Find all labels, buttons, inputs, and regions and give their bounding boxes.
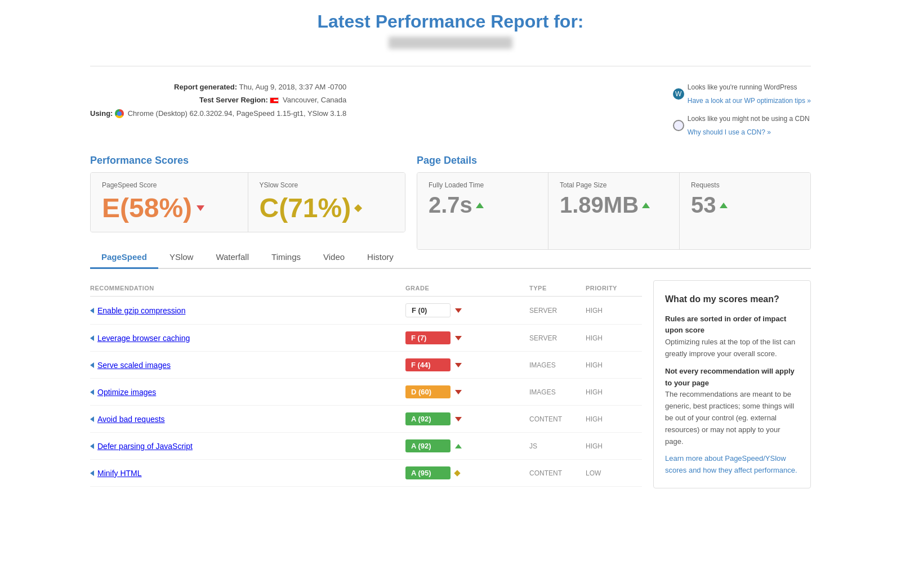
priority-bad-requests: HIGH: [586, 415, 642, 423]
table-row: Leverage browser caching F (7) SERVER HI…: [90, 325, 642, 352]
recommendations-table: RECOMMENDATION GRADE TYPE PRIORITY Enabl…: [90, 280, 642, 488]
fully-loaded-arrow-up-icon: [476, 203, 484, 208]
grade-pill-gzip: F (0): [405, 303, 450, 317]
priority-optimize: HIGH: [586, 388, 642, 396]
chevron-right-icon: [90, 335, 94, 341]
tab-pagespeed[interactable]: PageSpeed: [90, 246, 158, 269]
cdn-notice: Looks like you might not be using a CDN …: [673, 112, 811, 139]
chevron-right-icon: [90, 362, 94, 368]
type-minify-html: CONTENT: [529, 469, 586, 477]
report-meta-right: W Looks like you're running WordPress Ha…: [673, 80, 811, 143]
rec-link-minify-html[interactable]: Minify HTML: [97, 469, 142, 478]
performance-scores-box: Performance Scores PageSpeed Score E(58%…: [90, 155, 405, 232]
priority-minify-html: LOW: [586, 469, 642, 477]
page-title: Latest Performance Report for:: [90, 11, 811, 32]
table-header: RECOMMENDATION GRADE TYPE PRIORITY: [90, 280, 642, 297]
report-meta: Report generated: Thu, Aug 9, 2018, 3:37…: [90, 75, 811, 155]
yslow-score-value: C(71%): [260, 192, 394, 223]
total-size-value: 1.89MB: [560, 192, 668, 218]
grade-pill-scaled: F (44): [405, 358, 450, 371]
wordpress-link[interactable]: Have a look at our WP optimization tips …: [688, 94, 811, 107]
cdn-link[interactable]: Why should I use a CDN? »: [688, 125, 810, 139]
table-row: Minify HTML A (95) CONTENT LOW: [90, 460, 642, 487]
grade-arrow-down-icon: [455, 390, 462, 394]
grade-bar-caching: F (7): [405, 331, 529, 344]
chevron-right-icon: [90, 416, 94, 422]
grade-pill-bad-requests: A (92): [405, 412, 450, 425]
tab-yslow[interactable]: YSlow: [158, 246, 205, 269]
rec-link-optimize-images[interactable]: Optimize images: [97, 388, 156, 397]
chevron-right-icon: [90, 470, 94, 476]
report-server-region: Test Server Region: Vancouver, Canada: [90, 93, 346, 106]
report-using: Using: Chrome (Desktop) 62.0.3202.94, Pa…: [90, 107, 346, 120]
table-row: Enable gzip compression F (0) SERVER HIG…: [90, 297, 642, 325]
priority-defer-js: HIGH: [586, 442, 642, 450]
requests-arrow-up-icon: [720, 203, 728, 208]
rec-name-minify-html: Minify HTML: [90, 469, 405, 478]
rec-name-defer-js: Defer parsing of JavaScript: [90, 442, 405, 451]
yslow-diamond-icon: [354, 204, 362, 212]
wordpress-notice: W Looks like you're running WordPress Ha…: [673, 80, 811, 107]
info-panel-title: What do my scores mean?: [665, 292, 799, 307]
grade-arrow-down-icon: [455, 336, 462, 340]
grade-bar-optimize: D (60): [405, 385, 529, 398]
grade-bar-minify-html: A (95): [405, 466, 529, 479]
info-panel: What do my scores mean? Rules are sorted…: [653, 280, 811, 488]
pagespeed-arrow-down-icon: [197, 205, 204, 211]
grade-bar-bad-requests: A (92): [405, 412, 529, 425]
grade-bar-gzip: F (0): [405, 303, 529, 317]
table-row: Optimize images D (60) IMAGES HIGH: [90, 379, 642, 406]
tabs: PageSpeed YSlow Waterfall Timings Video …: [90, 246, 811, 269]
page-details-title: Page Details: [417, 155, 811, 167]
page-header: Latest Performance Report for:: [90, 11, 811, 66]
pagespeed-score-card: PageSpeed Score E(58%): [91, 173, 248, 232]
tab-video[interactable]: Video: [312, 246, 356, 269]
tab-history[interactable]: History: [356, 246, 405, 269]
grade-pill-defer-js: A (92): [405, 439, 450, 452]
rec-link-caching[interactable]: Leverage browser caching: [97, 334, 190, 343]
total-size-arrow-up-icon: [642, 203, 650, 208]
chevron-right-icon: [90, 308, 94, 313]
table-row: Defer parsing of JavaScript A (92) JS HI…: [90, 433, 642, 460]
type-caching: SERVER: [529, 334, 586, 342]
score-cards: PageSpeed Score E(58%) YSlow Score C(71%…: [90, 172, 405, 232]
canada-flag-icon: [270, 97, 279, 104]
rec-name-gzip: Enable gzip compression: [90, 306, 405, 315]
requests-card: Requests 53: [680, 173, 810, 249]
grade-bar-scaled: F (44): [405, 358, 529, 371]
globe-icon: [673, 120, 684, 131]
grade-pill-caching: F (7): [405, 331, 450, 344]
rec-name-bad-requests: Avoid bad requests: [90, 415, 405, 424]
tab-waterfall[interactable]: Waterfall: [204, 246, 260, 269]
grade-bar-defer-js: A (92): [405, 439, 529, 452]
type-bad-requests: CONTENT: [529, 415, 586, 423]
info-panel-para1: Rules are sorted in order of impact upon…: [665, 313, 799, 360]
scores-section: Performance Scores PageSpeed Score E(58%…: [90, 155, 811, 232]
info-panel-para2: Not every recommendation will apply to y…: [665, 366, 799, 448]
pagespeed-score-value: E(58%): [102, 192, 237, 223]
grade-diamond-icon: [454, 470, 460, 476]
detail-cards: Fully Loaded Time 2.7s Total Page Size 1…: [417, 172, 811, 250]
rec-link-bad-requests[interactable]: Avoid bad requests: [97, 415, 165, 424]
chevron-right-icon: [90, 389, 94, 395]
rec-link-defer-js[interactable]: Defer parsing of JavaScript: [97, 442, 193, 451]
rec-name-caching: Leverage browser caching: [90, 334, 405, 343]
type-scaled: IMAGES: [529, 361, 586, 369]
report-meta-left: Report generated: Thu, Aug 9, 2018, 3:37…: [90, 80, 346, 120]
tab-timings[interactable]: Timings: [260, 246, 312, 269]
table-row: Avoid bad requests A (92) CONTENT HIGH: [90, 406, 642, 433]
type-gzip: SERVER: [529, 307, 586, 315]
requests-value: 53: [691, 192, 799, 218]
info-panel-link[interactable]: Learn more about PageSpeed/YSlow scores …: [665, 454, 797, 474]
type-defer-js: JS: [529, 442, 586, 450]
grade-arrow-down-icon: [455, 308, 462, 313]
type-optimize: IMAGES: [529, 388, 586, 396]
total-size-card: Total Page Size 1.89MB: [548, 173, 680, 249]
rec-link-scaled-images[interactable]: Serve scaled images: [97, 361, 171, 370]
table-row: Serve scaled images F (44) IMAGES HIGH: [90, 352, 642, 379]
report-generated: Report generated: Thu, Aug 9, 2018, 3:37…: [90, 80, 346, 93]
grade-arrow-down-icon: [455, 363, 462, 367]
rec-link-gzip[interactable]: Enable gzip compression: [97, 306, 185, 315]
rec-name-scaled-images: Serve scaled images: [90, 361, 405, 370]
chrome-icon: [115, 109, 124, 118]
